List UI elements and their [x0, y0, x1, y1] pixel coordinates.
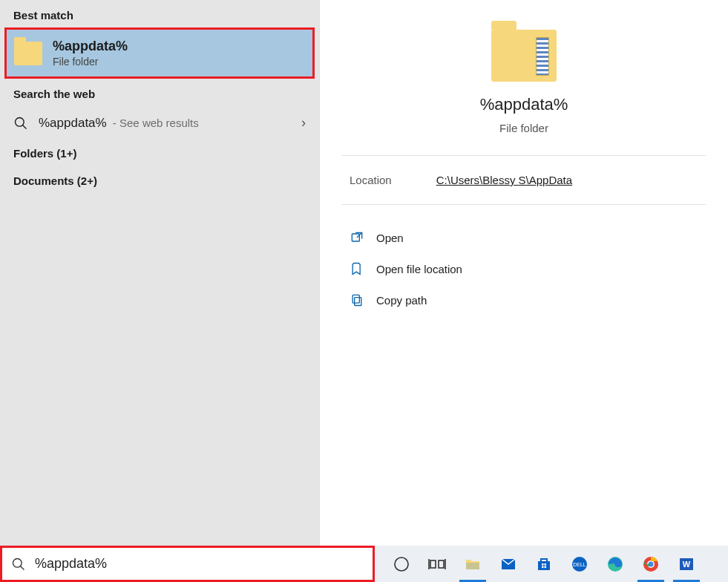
search-box[interactable] [0, 546, 375, 582]
preview-pane: %appdata% File folder Location C:\Users\… [319, 0, 728, 546]
category-documents[interactable]: Documents (2+) [0, 167, 319, 194]
word-icon[interactable]: W [669, 546, 704, 582]
result-title: %appdata% [53, 39, 128, 54]
svg-rect-8 [430, 560, 436, 568]
action-label: Open [376, 232, 404, 244]
store-icon[interactable] [526, 546, 562, 582]
svg-rect-15 [545, 563, 547, 566]
action-open-location[interactable]: Open file location [342, 255, 706, 282]
folder-icon [14, 42, 42, 65]
svg-point-0 [16, 117, 24, 126]
svg-point-5 [13, 558, 22, 567]
chrome-icon[interactable] [633, 546, 669, 582]
chevron-right-icon: › [301, 115, 306, 131]
action-copy-path[interactable]: Copy path [342, 287, 706, 313]
action-label: Open file location [376, 263, 462, 275]
svg-text:W: W [683, 560, 691, 569]
web-result[interactable]: %appdata% - See web results › [0, 106, 319, 140]
search-icon [11, 557, 26, 572]
edge-icon[interactable] [597, 546, 633, 582]
location-label: Location [350, 174, 392, 186]
search-icon [13, 116, 28, 131]
svg-rect-3 [355, 298, 361, 306]
dell-icon[interactable]: DELL [562, 546, 597, 582]
open-location-icon [350, 261, 364, 276]
open-icon [350, 230, 364, 245]
web-term: %appdata% [39, 116, 107, 130]
bottom-bar: DELL W [0, 546, 728, 582]
svg-point-7 [395, 558, 408, 571]
svg-rect-14 [542, 563, 544, 566]
svg-line-6 [21, 566, 24, 569]
best-match-result[interactable]: %appdata% File folder [4, 27, 315, 79]
preview-title: %appdata% [480, 95, 568, 114]
search-results-panel: Best match %appdata% File folder Search … [0, 0, 728, 546]
mail-icon[interactable] [491, 546, 526, 582]
results-list: Best match %appdata% File folder Search … [0, 0, 319, 546]
svg-rect-16 [542, 566, 544, 568]
task-view-icon[interactable] [419, 546, 455, 582]
svg-rect-17 [545, 566, 547, 568]
svg-rect-2 [352, 234, 359, 241]
action-label: Copy path [376, 294, 427, 307]
best-match-header: Best match [0, 0, 319, 27]
svg-rect-13 [538, 561, 550, 570]
svg-rect-4 [352, 295, 359, 303]
action-open[interactable]: Open [342, 224, 706, 251]
action-list: Open Open file location Copy path [320, 218, 728, 319]
taskbar: DELL W [375, 546, 728, 582]
result-subtitle: File folder [53, 56, 128, 68]
search-input[interactable] [35, 556, 364, 572]
svg-line-1 [23, 125, 27, 128]
svg-rect-9 [439, 560, 444, 568]
cortana-icon[interactable] [384, 546, 419, 582]
category-folders[interactable]: Folders (1+) [0, 140, 319, 167]
web-hint: - See web results [113, 117, 199, 129]
divider [342, 155, 706, 156]
divider [342, 204, 706, 205]
preview-subtitle: File folder [499, 122, 548, 134]
copy-path-icon [350, 292, 364, 307]
file-explorer-icon[interactable] [455, 546, 491, 582]
search-web-header: Search the web [0, 79, 319, 106]
folder-icon [491, 30, 557, 82]
location-link[interactable]: C:\Users\Blessy S\AppData [436, 174, 572, 186]
location-row: Location C:\Users\Blessy S\AppData [320, 169, 728, 204]
svg-text:DELL: DELL [573, 562, 586, 567]
